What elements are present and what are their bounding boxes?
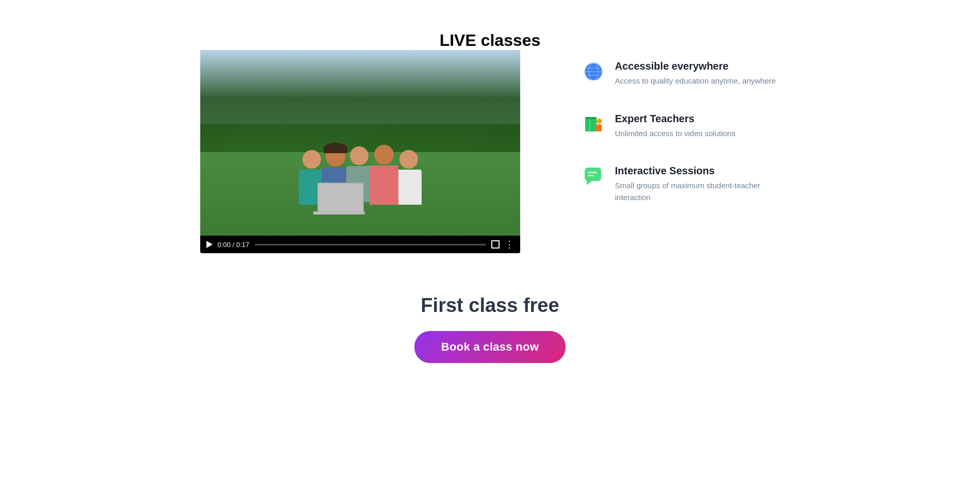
- cta-section: First class free Book a class now: [414, 294, 566, 363]
- feature-accessible: Accessible everywhere Access to quality …: [582, 60, 780, 87]
- svg-rect-11: [596, 125, 598, 129]
- svg-rect-6: [585, 117, 597, 131]
- video-thumbnail: [200, 50, 520, 236]
- svg-rect-15: [588, 172, 597, 173]
- feature-accessible-title: Accessible everywhere: [615, 60, 776, 72]
- laptop: [317, 183, 364, 212]
- feature-interactive-title: Interactive Sessions: [615, 165, 780, 177]
- page-title: LIVE classes: [440, 31, 541, 50]
- svg-rect-12: [599, 125, 602, 129]
- more-options-button[interactable]: ⋮: [505, 240, 514, 249]
- video-controls: 0:00 / 0:17 ⋮: [200, 236, 520, 253]
- feature-expert-text: Expert Teachers Unlimited access to vide…: [615, 113, 735, 140]
- feature-interactive-text: Interactive Sessions Small groups of max…: [615, 165, 780, 203]
- feature-accessible-text: Accessible everywhere Access to quality …: [615, 60, 776, 87]
- feature-expert-teachers: Expert Teachers Unlimited access to vide…: [582, 113, 780, 140]
- features-list: Accessible everywhere Access to quality …: [582, 50, 780, 203]
- students-group: [299, 145, 422, 205]
- svg-rect-16: [588, 175, 594, 176]
- student-4: [369, 145, 398, 205]
- feature-interactive-desc: Small groups of maximum student-teacher …: [615, 180, 780, 203]
- progress-bar[interactable]: [254, 244, 486, 245]
- svg-marker-14: [587, 181, 592, 185]
- fullscreen-button[interactable]: [491, 240, 500, 249]
- time-display: 0:00 / 0:17: [218, 241, 249, 249]
- feature-interactive: Interactive Sessions Small groups of max…: [582, 165, 780, 203]
- title-highlight: LIVE: [440, 31, 476, 50]
- svg-rect-7: [589, 117, 590, 131]
- title-rest: classes: [476, 31, 541, 50]
- first-class-label: First class free: [421, 294, 559, 317]
- play-button[interactable]: [206, 241, 213, 248]
- globe-icon: [582, 60, 605, 83]
- svg-rect-8: [585, 117, 597, 119]
- main-content: 0:00 / 0:17 ⋮ Accessible: [129, 50, 852, 253]
- chat-icon: [582, 165, 605, 188]
- teacher-icon: [582, 113, 605, 136]
- student-5: [396, 150, 422, 205]
- feature-expert-title: Expert Teachers: [615, 113, 735, 125]
- feature-expert-desc: Unlimited access to video solutions: [615, 128, 735, 140]
- book-class-button[interactable]: Book a class now: [414, 331, 566, 363]
- student-3: [346, 146, 372, 202]
- feature-accessible-desc: Access to quality education anytime, any…: [615, 75, 776, 87]
- video-player[interactable]: 0:00 / 0:17 ⋮: [200, 50, 520, 253]
- svg-rect-13: [585, 168, 601, 181]
- video-scene: [200, 50, 520, 236]
- svg-point-9: [597, 119, 602, 124]
